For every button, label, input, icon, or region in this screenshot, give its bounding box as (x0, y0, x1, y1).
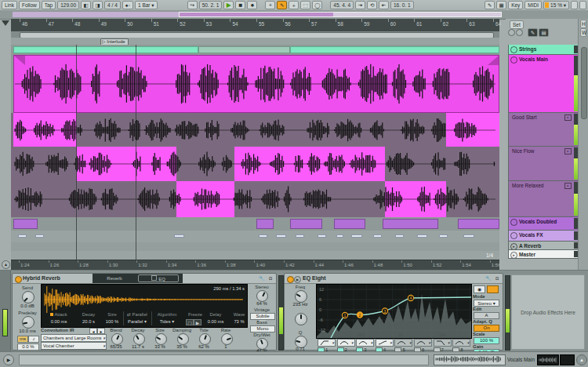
midi-clip[interactable] (18, 234, 27, 238)
arrangement-tracks[interactable] (11, 45, 499, 260)
knob-value-damping[interactable]: 35 % (171, 344, 193, 349)
track-row-vocals-doubled[interactable] (11, 217, 499, 231)
take-lane-more-relaxed[interactable] (11, 181, 499, 218)
punch-in-button[interactable]: ⇥ (355, 1, 365, 9)
fold-arrow[interactable] (2, 20, 9, 30)
overdub-button[interactable]: + (265, 1, 275, 9)
track-display-2[interactable] (560, 354, 575, 365)
feedback-value[interactable]: 0.0 % (17, 343, 39, 351)
knob-decay[interactable] (133, 333, 145, 345)
midi-clip[interactable] (395, 234, 404, 238)
track-header-good-start[interactable]: Good Start▸ (508, 113, 579, 147)
midi-clip[interactable] (35, 234, 44, 238)
param-value-algorithm[interactable]: Tides ▾ (153, 319, 181, 324)
reverb-display[interactable]: 290 ms / 1.34 s Attack0.00 msDecay20.0 s… (41, 284, 248, 328)
show-hide-panel-button[interactable]: ▲ (576, 354, 587, 365)
take-highlight[interactable] (446, 113, 499, 147)
draw-mode-button[interactable]: ✎ (485, 1, 495, 9)
automation-lane-button[interactable]: ✎ (528, 28, 538, 37)
band-3-filter-select[interactable]: ▾ (356, 339, 374, 347)
ms-toggle[interactable]: ms (17, 336, 28, 343)
play-button[interactable]: ▶ (223, 1, 234, 9)
punch-out-button[interactable]: ⇤ (379, 1, 389, 9)
device-selector-strip[interactable] (0, 271, 11, 352)
fold-device-icon[interactable]: ◘ (267, 275, 274, 282)
tap-tempo-button[interactable]: Tap (42, 1, 56, 9)
midi-clip[interactable] (439, 234, 448, 238)
band-6-filter-select[interactable]: ▾ (414, 339, 432, 347)
track-header-vocals-fx[interactable]: ◦Vocals FX (508, 231, 579, 242)
take-lane-icon[interactable]: ▸ (564, 183, 572, 189)
zoom-width-button[interactable]: W (580, 28, 586, 37)
param-value-parallel[interactable]: Parallel ▾ (123, 319, 151, 324)
track-header-master[interactable]: ▸Master (508, 250, 579, 259)
take-highlight[interactable] (77, 147, 176, 181)
zoom-height-button[interactable]: H (580, 20, 586, 28)
send-knob[interactable] (22, 291, 34, 303)
track-header-more-relaxed[interactable]: More Relaxed▸ (508, 181, 579, 217)
track-header-vocals-doubled[interactable]: ◦Vocals Doubled (508, 217, 579, 231)
midi-clip[interactable] (417, 234, 428, 238)
next-locator-button[interactable] (516, 29, 523, 36)
knob-value-decay[interactable]: 11.7 s (127, 344, 149, 349)
tab-reverb[interactable]: Reverb (96, 274, 133, 282)
knob-value-tide[interactable]: 62 % (193, 344, 215, 349)
audio-clip[interactable] (198, 46, 291, 53)
eq-eight-device[interactable]: ▶ EQ Eight 🔧 ◘ Freq 235 Hz Q 0.71 1260-6… (284, 273, 503, 351)
prev-locator-button[interactable] (508, 29, 515, 36)
knob-tide[interactable] (199, 333, 211, 345)
time-ruler[interactable]: 1:241:261:281:301:321:341:361:381:401:42… (11, 260, 499, 271)
re-enable-automation-button[interactable]: ＋ (289, 1, 299, 9)
audio-clip[interactable] (13, 46, 198, 53)
track-row-strings[interactable] (11, 45, 499, 56)
audio-clip[interactable] (458, 219, 499, 229)
bass-select[interactable]: Mono (250, 325, 275, 332)
midi-clip[interactable] (259, 234, 267, 238)
ir-category-select[interactable]: Chambers and Large Rooms▾ (41, 334, 107, 342)
midi-clip[interactable] (318, 234, 326, 238)
overview-viewport[interactable] (179, 12, 502, 17)
audio-clip[interactable] (334, 219, 365, 229)
audio-clip[interactable] (290, 219, 321, 229)
ir-preset-select[interactable]: Vocal Chamber▾ (41, 342, 107, 350)
midi-clip[interactable] (296, 234, 304, 238)
freeze-out-button[interactable]: ▶ (194, 319, 201, 325)
track-fold-icon[interactable]: ◦ (510, 219, 517, 226)
take-lane-button[interactable]: ▤ (539, 28, 549, 37)
vertical-scrollbar[interactable] (581, 47, 587, 119)
midi-clip[interactable] (373, 234, 382, 238)
audio-clip[interactable] (256, 219, 274, 229)
knob-value-size[interactable]: 33 % (149, 344, 171, 349)
midi-clip[interactable] (276, 234, 287, 238)
midi-clip[interactable] (463, 234, 475, 238)
band-2-filter-select[interactable]: ▾ (337, 339, 355, 347)
follow-playhead-button[interactable]: ↪ (187, 1, 198, 9)
device-on-toggle[interactable] (15, 276, 22, 283)
stereo-value[interactable]: 64 % (248, 301, 276, 306)
predelay-knob[interactable] (22, 316, 34, 329)
band-1-filter-select[interactable]: ▾ (318, 339, 336, 347)
send-value[interactable]: 0.0 dB (14, 303, 41, 308)
track-row-master[interactable] (11, 251, 499, 260)
audio-clip[interactable] (290, 46, 499, 53)
tab-eq[interactable]: EQ (138, 274, 179, 282)
take-lane-icon[interactable]: ▸ (564, 148, 572, 154)
take-highlight[interactable] (234, 147, 385, 181)
band-4-filter-select[interactable]: ▾ (376, 339, 394, 347)
take-highlight[interactable] (385, 181, 446, 217)
midi-map-button[interactable]: MIDI (524, 1, 542, 9)
predelay-value[interactable]: 10.0 ms (14, 329, 41, 333)
audio-clip-vocals-main[interactable] (13, 55, 499, 113)
quantization-menu[interactable]: 1 Bar ▾ (135, 1, 158, 9)
track-header-vocals-main[interactable]: ◦Vocals Main (508, 55, 579, 113)
audio-clip[interactable] (383, 219, 438, 229)
audio-clip[interactable] (13, 219, 38, 229)
ir-prev-button[interactable]: ◂ (89, 328, 97, 334)
stop-button[interactable]: ■ (235, 1, 245, 9)
knob-rate[interactable] (221, 333, 233, 345)
mode-select[interactable]: Stereo ▾ (474, 300, 499, 307)
back-to-arrangement-button[interactable]: ▲ (2, 260, 10, 269)
bar-ruler[interactable]: 46474849505152535455565758596061626364 (11, 19, 499, 32)
take-highlight[interactable] (13, 113, 77, 147)
scale-value[interactable]: 100 % (474, 337, 499, 344)
